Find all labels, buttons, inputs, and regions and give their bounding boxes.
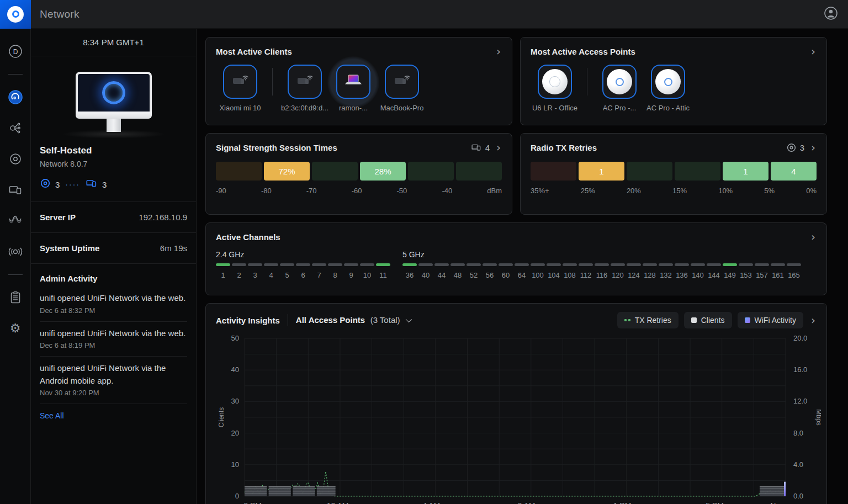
user-account-icon[interactable] [824, 6, 838, 23]
ap-tile[interactable] [602, 65, 637, 99]
ap-tile[interactable] [651, 65, 685, 99]
client-name: b2:3c:0f:d9:d... [281, 104, 328, 112]
channel-band-group: 2.4 GHz1234567891011 [216, 250, 390, 279]
channel-number: 9 [349, 271, 353, 279]
svg-text:Clients: Clients [218, 407, 225, 428]
radio-segment: 1 [723, 162, 768, 181]
chevron-right-icon[interactable]: › [810, 231, 817, 242]
ap-ring [616, 78, 624, 86]
channel-number: 124 [628, 271, 640, 279]
chevron-right-icon[interactable]: › [495, 46, 502, 57]
selector-total: (3 Total) [370, 315, 400, 325]
sidebar-item-system-log[interactable] [7, 289, 24, 306]
client-tiles: Xiaomi mi 10b2:3c:0f:d9:d...ramon-...Mac… [216, 65, 502, 112]
channel-bar [264, 263, 278, 266]
channel-number: 128 [644, 271, 656, 279]
legend-chip-wifi-activity[interactable]: WiFi Activity [738, 312, 803, 328]
signal-segment [408, 162, 454, 181]
channel-item: 36 [402, 263, 417, 279]
channel-groups: 2.4 GHz12345678910115 GHz364044485256606… [216, 250, 817, 279]
channel-item: 44 [434, 263, 449, 279]
svg-text:Mbps: Mbps [815, 409, 821, 425]
legend-chip-tx-retries[interactable]: TX Retries [617, 312, 679, 328]
signal-strength-card: Signal Strength Session Times 4 › 72%28%… [205, 133, 512, 215]
channel-item: 7 [312, 263, 326, 279]
channel-number: 144 [708, 271, 720, 279]
sidebar-item-dashboard[interactable] [7, 89, 24, 105]
legend-chip-clients[interactable]: Clients [684, 312, 732, 328]
client-tile[interactable] [336, 65, 370, 99]
channel-bar [451, 263, 465, 266]
chevron-right-icon[interactable]: › [810, 315, 817, 326]
most-active-aps-card: Most Active Access Points › U6 LR - Offi… [520, 37, 827, 125]
activity-chart[interactable]: 010203040500.04.08.012.016.020.0ClientsM… [216, 332, 817, 504]
channel-item: 157 [755, 263, 769, 279]
channel-number: 116 [596, 271, 608, 279]
ap-tiles: U6 LR - OfficeAC Pro -...AC Pro - Attic [531, 65, 817, 112]
channel-item: 112 [579, 263, 593, 279]
ap-badge: 3 [786, 142, 804, 153]
channel-item: 128 [643, 263, 657, 279]
sidebar-item-unifi-devices[interactable] [7, 151, 24, 167]
server-ip-value: 192.168.10.9 [139, 213, 187, 222]
insights-chart-svg: 010203040500.04.08.012.016.020.0ClientsM… [216, 332, 821, 504]
admin-activity-entry: unifi opened UniFi Network via the web.D… [40, 322, 187, 357]
ap-selector-dropdown[interactable]: All Access Points (3 Total) [296, 315, 410, 325]
svg-text:0.0: 0.0 [793, 492, 803, 500]
sidebar-item-client-devices[interactable] [7, 182, 24, 198]
svg-text:9 AM: 9 AM [518, 501, 536, 504]
channel-row: 3640444852566064100104108112116120124128… [402, 263, 801, 279]
client-count: 3 [102, 180, 107, 189]
uptime-row: System Uptime 6m 19s [31, 233, 196, 264]
channel-item: 6 [296, 263, 310, 279]
chevron-right-icon[interactable]: › [495, 142, 502, 153]
sidebar-item-topology[interactable] [7, 120, 24, 136]
channel-item: 56 [483, 263, 497, 279]
access-point-icon [607, 69, 632, 94]
client-tile[interactable] [288, 65, 322, 99]
channel-bar [643, 263, 657, 266]
sidebar-item-settings[interactable]: ⚙ [7, 320, 24, 337]
channel-bar [467, 263, 481, 266]
channel-number: 2 [237, 271, 241, 279]
see-all-link[interactable]: See All [31, 404, 196, 427]
channel-item: 5 [280, 263, 294, 279]
admin-activity-heading: Admin Activity [31, 264, 196, 287]
active-channels-card: Active Channels › 2.4 GHz12345678910115 … [205, 222, 827, 295]
host-counts: 3 ···· 3 [40, 168, 187, 201]
channel-item: 40 [418, 263, 433, 279]
channel-bar [675, 263, 689, 266]
signal-segment [216, 162, 262, 181]
channel-bar [328, 263, 342, 266]
sidebar-item-statistics[interactable] [7, 213, 24, 229]
radio-segment [531, 162, 576, 181]
sidebar-item-site[interactable]: D [7, 43, 24, 60]
channel-bar [515, 263, 529, 266]
chevron-right-icon[interactable]: › [810, 46, 817, 57]
access-point-count-icon [40, 178, 51, 191]
channel-item: 104 [547, 263, 561, 279]
sidebar-item-radios[interactable] [7, 243, 24, 260]
divider [288, 314, 288, 326]
client-tile[interactable] [385, 65, 419, 99]
channel-bar [691, 263, 705, 266]
selector-value: All Access Points [296, 315, 365, 325]
activity-insights-card: Activity Insights All Access Points (3 T… [205, 303, 827, 504]
signal-scale-label: -40 [442, 187, 452, 195]
client-tile[interactable] [223, 65, 257, 99]
wireless-device-icon [295, 71, 315, 92]
unifi-logo[interactable] [0, 0, 31, 29]
admin-activity-list: unifi opened UniFi Network via the web.D… [31, 287, 196, 404]
main-content: Most Active Clients › Xiaomi mi 10b2:3c:… [197, 29, 848, 504]
chevron-right-icon[interactable]: › [810, 142, 817, 153]
channel-item: 136 [675, 263, 689, 279]
channel-bar [659, 263, 673, 266]
activity-text: unifi opened UniFi Network via the web. [40, 292, 187, 305]
channel-item: 48 [451, 263, 465, 279]
ap-name: AC Pro - Attic [646, 104, 690, 112]
svg-text:12.0: 12.0 [793, 397, 807, 405]
channel-item: 132 [659, 263, 673, 279]
radio-scale-label: 35%+ [531, 187, 549, 195]
ap-tile[interactable] [538, 65, 572, 99]
channel-number: 11 [379, 271, 387, 279]
